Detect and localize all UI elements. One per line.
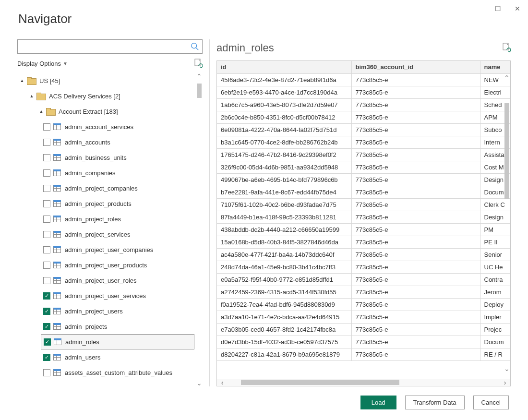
table-row[interactable]: e0a5a752-f95f-40b0-9772-e851d85dffd1773c… [217, 273, 511, 286]
tree-table-label: admin_project_services [65, 231, 131, 238]
table-checkbox[interactable]: ✓ [43, 308, 50, 315]
table-row[interactable]: 6ebf2e19-e593-4470-a4ce-1d7cc8190d4a773c… [217, 86, 511, 98]
table-checkbox[interactable]: ✓ [43, 323, 50, 330]
scroll-thumb[interactable] [241, 380, 399, 385]
tree-table-item[interactable]: ✓admin_projects [17, 319, 196, 334]
table-checkbox[interactable] [43, 216, 50, 223]
tree-label: US [45] [39, 77, 60, 84]
tree-table-item[interactable]: admin_project_companies [17, 180, 196, 196]
table-row[interactable]: 326f9c00-05d4-4d6b-9851-aa9342dd5948773c… [217, 161, 511, 173]
table-checkbox[interactable] [43, 139, 50, 146]
table-row[interactable]: 248d74da-46a1-45e9-bc80-3b41c4bc7ff3773c… [217, 261, 511, 273]
tree-folder-extract[interactable]: ▲ Account Extract [183] [17, 104, 196, 119]
search-box[interactable] [17, 39, 203, 54]
table-vscrollbar[interactable]: ⌃ ⌄ [504, 74, 510, 372]
expander-icon[interactable]: ▲ [19, 78, 25, 83]
table-checkbox[interactable]: ✓ [43, 354, 50, 361]
preview-table[interactable]: id bim360_account_id name 45f6ade3-72c2-… [217, 61, 511, 361]
table-row[interactable]: e7a03b05-ced0-4657-8fd2-1c42174fbc8a773c… [217, 323, 511, 336]
scroll-down-icon[interactable]: ⌄ [504, 365, 510, 372]
scroll-thumb[interactable] [504, 103, 509, 199]
table-row[interactable]: 87fa4449-b1ea-418f-99c5-23393b811281773c… [217, 211, 511, 223]
load-button[interactable]: Load [360, 396, 396, 409]
svg-point-0 [192, 43, 197, 48]
table-row[interactable]: 1ab6c7c5-a960-43e5-8073-dfe2d7d59e07773c… [217, 98, 511, 111]
table-cell: 438abddb-dc2b-4440-a212-c66650a19599 [217, 223, 351, 236]
table-checkbox[interactable] [43, 123, 50, 131]
scroll-down-icon[interactable]: ⌄ [196, 380, 203, 386]
folder-icon [27, 77, 36, 84]
table-checkbox[interactable] [43, 246, 50, 253]
close-icon[interactable]: ✕ [515, 5, 520, 12]
scroll-up-icon[interactable]: ⌃ [196, 73, 203, 80]
refresh-data-icon[interactable] [194, 59, 203, 68]
column-header-name[interactable]: name [480, 61, 511, 73]
maximize-icon[interactable]: ☐ [495, 5, 501, 12]
table-row[interactable]: f0a19522-7ea4-4fad-bdf6-945d880830d9773c… [217, 298, 511, 311]
tree-scrollbar[interactable]: ⌃ ⌄ [196, 73, 203, 386]
column-header-account[interactable]: bim360_account_id [351, 61, 480, 73]
tree-table-item[interactable]: admin_accounts [17, 134, 196, 150]
search-icon[interactable] [191, 42, 199, 51]
tree-table-item[interactable]: admin_account_services [17, 119, 196, 134]
tree-table-item[interactable]: ✓admin_project_users [17, 303, 196, 319]
table-row[interactable]: 438abddb-dc2b-4440-a212-c66650a19599773c… [217, 223, 511, 236]
tree-folder-acs[interactable]: ▲ ACS Delivery Services [2] [17, 88, 196, 104]
table-row[interactable]: 2b6c0c4e-b850-4351-8fc0-d5cf00b78412773c… [217, 111, 511, 123]
expander-icon[interactable]: ▲ [29, 94, 35, 98]
table-row[interactable]: 6e09081a-4222-470a-8644-fa02f75d751d773c… [217, 123, 511, 136]
tree-table-item[interactable]: admin_business_units [17, 150, 196, 165]
tree-table-item[interactable]: ✓admin_users [17, 349, 196, 365]
table-row[interactable]: a2742459-2369-4315-acd5-3144f530fd55773c… [217, 286, 511, 298]
tree-folder-us[interactable]: ▲ US [45] [17, 73, 196, 88]
search-input[interactable] [21, 40, 191, 53]
table-checkbox[interactable] [43, 185, 50, 192]
table-icon [53, 277, 61, 284]
table-checkbox[interactable] [43, 200, 50, 207]
table-row[interactable]: 17651475-d246-47b2-8416-9c29398ef0f2773c… [217, 148, 511, 161]
data-source-tree[interactable]: ▲ US [45] ▲ ACS Delivery Services [2] ▲ … [17, 73, 203, 386]
table-checkbox[interactable] [43, 369, 50, 376]
scroll-thumb[interactable] [197, 84, 202, 98]
table-checkbox[interactable]: ✓ [44, 338, 51, 346]
table-checkbox[interactable] [43, 231, 50, 238]
table-row[interactable]: d8204227-c81a-42a1-8679-b9a695e81879773c… [217, 348, 511, 360]
scroll-right-icon[interactable]: › [500, 379, 510, 386]
table-checkbox[interactable] [43, 262, 50, 269]
table-checkbox[interactable]: ✓ [43, 292, 50, 300]
tree-table-item[interactable]: admin_project_user_companies [17, 242, 196, 257]
table-row[interactable]: b3a1c645-0770-4ce2-8dfe-bb286762b24b773c… [217, 136, 511, 148]
tree-table-item[interactable]: admin_companies [17, 165, 196, 180]
scroll-up-icon[interactable]: ⌃ [504, 74, 510, 81]
refresh-preview-icon[interactable] [502, 43, 511, 54]
table-row[interactable]: ac4a580e-477f-421f-ba4a-14b73ddc640f773c… [217, 248, 511, 261]
tree-table-item[interactable]: admin_project_user_roles [17, 273, 196, 288]
navigator-left-pane: Display Options ▼ ▲ US [45] [17, 39, 203, 386]
tree-table-item[interactable]: assets_asset_custom_attribute_values [17, 365, 196, 380]
preview-title: admin_roles [216, 42, 274, 54]
table-row[interactable]: b7ee2281-9afa-441e-8c67-edd44fb75de4773c… [217, 186, 511, 198]
display-options-dropdown[interactable]: Display Options ▼ [17, 60, 68, 67]
tree-table-item[interactable]: admin_project_roles [17, 211, 196, 227]
tree-table-item[interactable]: admin_project_products [17, 196, 196, 211]
table-checkbox[interactable] [43, 169, 50, 177]
cancel-button[interactable]: Cancel [473, 396, 509, 409]
table-row[interactable]: 499067be-a6eb-4695-b14c-bfd779896c6b773c… [217, 173, 511, 186]
tree-table-item[interactable]: ✓admin_project_user_services [17, 288, 196, 303]
folder-icon [36, 93, 45, 99]
table-row[interactable]: a3d7aa10-1e71-4e2c-bdca-aa42e4d64915773c… [217, 311, 511, 323]
expander-icon[interactable]: ▲ [38, 109, 44, 114]
tree-table-item[interactable]: admin_project_services [17, 227, 196, 242]
transform-data-button[interactable]: Transform Data [405, 396, 465, 409]
scroll-left-icon[interactable]: ‹ [217, 379, 228, 386]
table-checkbox[interactable] [43, 154, 50, 161]
table-row[interactable]: 15a0168b-d5d8-40b3-84f5-3827846d46da773c… [217, 236, 511, 248]
table-checkbox[interactable] [43, 277, 50, 284]
column-header-id[interactable]: id [217, 61, 351, 73]
tree-table-item[interactable]: admin_project_user_products [17, 257, 196, 273]
tree-table-item[interactable]: ✓admin_roles [17, 334, 196, 349]
table-row[interactable]: 71075f61-102b-40c2-b6be-d93fadae7d75773c… [217, 198, 511, 211]
table-row[interactable]: 45f6ade3-72c2-4e3e-87d2-71eab89f1d6a773c… [217, 73, 511, 86]
table-row[interactable]: d0e7d3bb-15df-4032-ad3b-ce0597d37575773c… [217, 336, 511, 348]
table-hscrollbar[interactable]: ‹ › [216, 379, 511, 386]
